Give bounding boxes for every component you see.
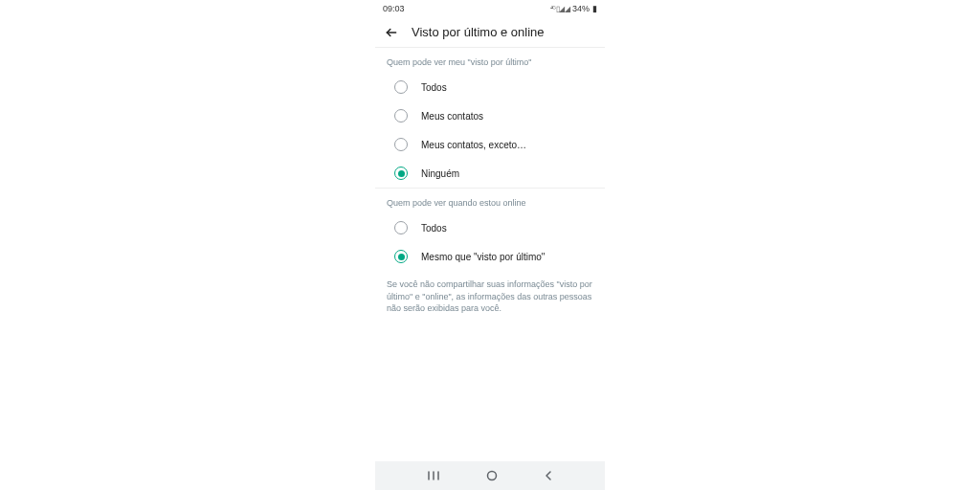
radio-option-meus-contatos-exceto[interactable]: Meus contatos, exceto… [375, 130, 605, 159]
radio-label: Todos [421, 82, 447, 93]
status-bar: 09:03 ⁴ᴳ ▯◢ ◢ 34% ▮ [375, 0, 605, 17]
radio-icon [394, 138, 408, 151]
radio-label: Todos [421, 223, 447, 234]
radio-option-mesmo-que[interactable]: Mesmo que "visto por último" [375, 242, 605, 271]
radio-option-meus-contatos[interactable]: Meus contatos [375, 101, 605, 130]
battery-percent: 34% [572, 4, 590, 13]
radio-icon [394, 109, 408, 122]
battery-icon: ▮ [592, 4, 597, 13]
chevron-left-icon [544, 470, 553, 481]
radio-label: Meus contatos [421, 111, 483, 122]
signal-icons: ⁴ᴳ ▯◢ ◢ [550, 5, 569, 13]
nav-back-button[interactable] [544, 470, 553, 481]
page-title: Visto por último e online [412, 25, 545, 39]
recents-icon [427, 470, 440, 481]
nav-bar [375, 461, 605, 490]
status-right: ⁴ᴳ ▯◢ ◢ 34% ▮ [550, 4, 597, 13]
home-icon [486, 470, 498, 481]
radio-icon-selected [394, 250, 408, 263]
back-button[interactable] [385, 26, 398, 39]
radio-label: Meus contatos, exceto… [421, 140, 526, 150]
radio-label: Mesmo que "visto por último" [421, 252, 545, 262]
radio-icon [394, 80, 408, 94]
info-text: Se você não compartilhar suas informaçõe… [375, 271, 605, 323]
radio-icon [394, 221, 408, 234]
header: Visto por último e online [375, 17, 605, 47]
nav-home-button[interactable] [486, 470, 498, 481]
radio-icon-selected [394, 167, 408, 180]
section2-title: Quem pode ver quando estou online [375, 189, 605, 213]
section1-title: Quem pode ver meu "visto por último" [375, 48, 605, 73]
phone-screen: 09:03 ⁴ᴳ ▯◢ ◢ 34% ▮ Visto por último e o… [375, 0, 605, 490]
radio-option-ninguem[interactable]: Ninguém [375, 159, 605, 188]
status-time: 09:03 [383, 4, 405, 13]
radio-label: Ninguém [421, 168, 459, 179]
radio-option-todos-2[interactable]: Todos [375, 213, 605, 242]
nav-recents-button[interactable] [427, 470, 440, 481]
svg-point-4 [488, 472, 497, 480]
radio-option-todos-1[interactable]: Todos [375, 73, 605, 101]
arrow-left-icon [385, 26, 398, 39]
